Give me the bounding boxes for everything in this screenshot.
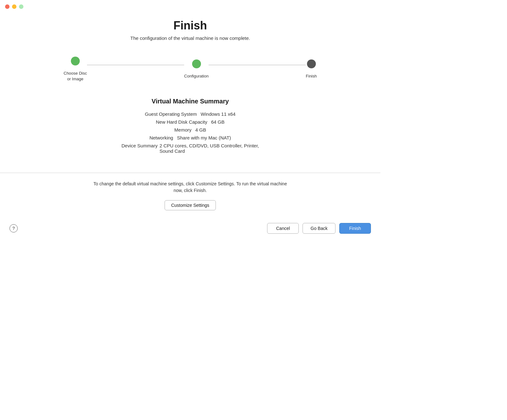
summary-value-device: 2 CPU cores, CD/DVD, USB Controller, Pri… (160, 143, 259, 154)
footer-info-text: To change the default virtual machine se… (92, 181, 288, 194)
summary-table: Guest Operating System Windows 11 x64 Ne… (79, 111, 301, 154)
step-label-config: Configuration (184, 73, 209, 79)
footer-divider (0, 173, 380, 173)
summary-value-memory: 4 GB (193, 127, 206, 133)
summary-key-os: Guest Operating System (145, 111, 199, 117)
step-choose-disc: Choose Discor Image (64, 57, 87, 82)
bottom-right-buttons: Cancel Go Back Finish (267, 223, 371, 234)
stepper: Choose Discor Image Configuration Finish (64, 57, 317, 82)
step-connector-2 (209, 65, 306, 65)
summary-value-networking: Share with my Mac (NAT) (175, 135, 231, 140)
cancel-button[interactable]: Cancel (267, 223, 299, 234)
step-configuration: Configuration (184, 59, 209, 79)
help-button[interactable]: ? (9, 224, 18, 232)
summary-key-device: Device Summary (122, 143, 160, 148)
step-label-choose: Choose Discor Image (64, 71, 87, 82)
footer: To change the default virtual machine se… (0, 173, 380, 220)
customize-settings-button[interactable]: Customize Settings (165, 200, 216, 210)
summary-row-networking: Networking Share with my Mac (NAT) (79, 135, 301, 140)
step-circle-config (192, 59, 201, 68)
summary-section: Virtual Machine Summary Guest Operating … (79, 98, 301, 154)
summary-row-disk: New Hard Disk Capacity 64 GB (79, 119, 301, 125)
summary-key-memory: Memory (174, 127, 193, 133)
summary-value-os: Windows 11 x64 (199, 111, 235, 117)
main-content: Finish The configuration of the virtual … (0, 0, 380, 234)
step-connector-1 (87, 65, 184, 65)
step-circle-choose (71, 57, 80, 65)
summary-key-disk: New Hard Disk Capacity (156, 119, 209, 125)
step-finish: Finish (306, 59, 317, 79)
go-back-button[interactable]: Go Back (303, 223, 335, 234)
summary-row-memory: Memory 4 GB (79, 127, 301, 133)
page-subtitle: The configuration of the virtual machine… (130, 35, 250, 41)
summary-row-os: Guest Operating System Windows 11 x64 (79, 111, 301, 117)
minimize-button[interactable] (12, 4, 16, 9)
summary-value-disk: 64 GB (209, 119, 225, 125)
summary-key-networking: Networking (149, 135, 175, 140)
finish-button[interactable]: Finish (339, 223, 371, 234)
step-label-finish: Finish (306, 73, 317, 79)
close-button[interactable] (5, 4, 9, 9)
page-title: Finish (173, 19, 207, 32)
summary-row-device: Device Summary 2 CPU cores, CD/DVD, USB … (79, 143, 301, 154)
summary-title: Virtual Machine Summary (79, 98, 301, 105)
window: Finish The configuration of the virtual … (0, 0, 380, 316)
maximize-button[interactable] (19, 4, 23, 9)
step-circle-finish (307, 59, 316, 68)
traffic-lights (5, 4, 23, 9)
bottom-bar: ? Cancel Go Back Finish (0, 223, 380, 234)
